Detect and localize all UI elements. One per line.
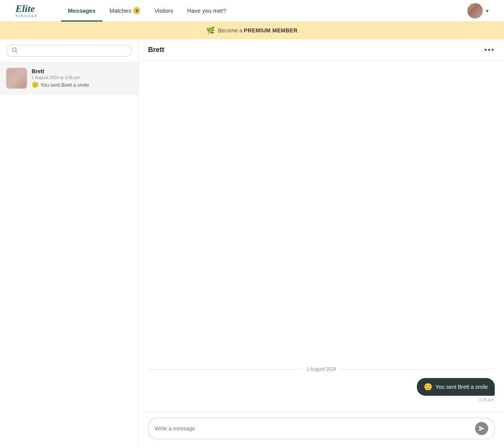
crown-icon: 🌿 (206, 26, 215, 35)
message-text: You sent Brett a smile (435, 384, 488, 390)
nav-visitors[interactable]: Visitors (147, 0, 180, 22)
date-divider-text: 1 August 2024 (307, 366, 336, 372)
main-header: Elite SINGLES Messages Matches 9 Visitor… (0, 0, 504, 22)
message-time: 3:36 pm (479, 397, 494, 402)
chat-contact-name: Brett (148, 46, 164, 54)
conversation-list: Brett 1 August 2024 at 3:36 pm 🙂 You sen… (0, 62, 138, 447)
send-icon (479, 425, 485, 432)
sidebar: Brett 1 August 2024 at 3:36 pm 🙂 You sen… (0, 39, 139, 447)
search-input-wrapper[interactable] (6, 45, 132, 57)
nav-have-you-met[interactable]: Have you met? (180, 0, 233, 22)
conv-info: Brett 1 August 2024 at 3:36 pm 🙂 You sen… (32, 68, 132, 88)
date-divider: 1 August 2024 (148, 366, 495, 372)
conv-time: 1 August 2024 at 3:36 pm (32, 75, 132, 80)
main-layout: Brett 1 August 2024 at 3:36 pm 🙂 You sen… (0, 39, 504, 447)
message-bubble: 🙂 You sent Brett a smile (417, 378, 495, 396)
main-nav: Messages Matches 9 Visitors Have you met… (61, 0, 467, 22)
conv-avatar (6, 68, 27, 89)
message-input[interactable] (155, 425, 471, 432)
premium-banner[interactable]: 🌿 Become a PREMIUM MEMBER (0, 22, 504, 39)
logo[interactable]: Elite SINGLES (15, 4, 38, 18)
nav-matches[interactable]: Matches 9 (103, 0, 148, 22)
conv-name: Brett (32, 68, 132, 74)
smile-icon: 🙂 (32, 81, 39, 88)
bubble-smile-icon: 🙂 (424, 383, 432, 391)
message-row: 🙂 You sent Brett a smile 3:36 pm (148, 378, 495, 402)
chat-header: Brett ••• (139, 39, 504, 61)
premium-banner-text: Become a PREMIUM MEMBER (218, 27, 297, 34)
messages-area: 1 August 2024 🙂 You sent Brett a smile 3… (139, 61, 504, 412)
date-divider-line-right (341, 369, 495, 370)
search-icon (12, 47, 17, 54)
conv-preview: 🙂 You sent Brett a smile (32, 81, 132, 88)
message-input-wrapper (148, 418, 495, 439)
chevron-down-icon[interactable]: ▾ (486, 8, 489, 14)
nav-messages[interactable]: Messages (61, 0, 103, 22)
search-input[interactable] (20, 48, 126, 54)
more-options-button[interactable]: ••• (484, 45, 495, 54)
logo-sub: SINGLES (15, 14, 38, 18)
svg-line-1 (16, 51, 17, 52)
logo-text: Elite (15, 4, 38, 14)
conversation-item[interactable]: Brett 1 August 2024 at 3:36 pm 🙂 You sen… (0, 62, 138, 94)
blurred-avatar (6, 68, 27, 89)
date-divider-line-left (148, 369, 302, 370)
header-right: ▾ (467, 3, 489, 18)
chat-panel: Brett ••• 1 August 2024 🙂 You sent Brett… (139, 39, 504, 447)
search-box (0, 39, 138, 62)
avatar[interactable] (467, 3, 483, 18)
send-button[interactable] (475, 422, 488, 435)
matches-badge: 9 (133, 7, 140, 14)
message-input-area (139, 412, 504, 447)
